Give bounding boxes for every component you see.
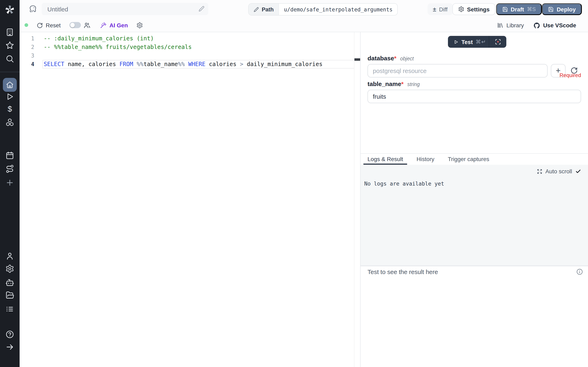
test-shortcut: ⌘↵ [476,39,486,45]
result-hint: Test to see the result here [367,268,438,275]
tab-trigger-captures[interactable]: Trigger captures [444,154,493,165]
editor-settings-button[interactable] [136,18,143,32]
ai-gen-button[interactable]: AI Gen [100,18,128,32]
logs-empty-message: No logs are available yet [364,181,444,187]
result-divider [361,266,588,266]
top-bar: Untitled Path u/demo/safe_interpolated_a… [20,0,588,18]
plus-icon[interactable] [5,178,14,187]
sidebar-divider [0,72,20,72]
star-icon[interactable] [5,41,14,50]
diff-button[interactable]: ± Diff [428,3,453,15]
save-icon [502,6,508,12]
path-chip-label[interactable]: Path [249,4,279,15]
database-input[interactable] [367,64,548,77]
plus-minus-icon: ± [433,6,436,13]
line-number: 2 [20,43,36,51]
capture-icon [495,39,501,45]
tab-history[interactable]: History [412,154,438,165]
save-icon [548,6,554,12]
help-icon[interactable] [5,330,14,339]
list-icon[interactable] [5,305,14,314]
table-name-field-label: table_name* string [367,80,420,87]
collab-toggle[interactable] [69,22,81,28]
home-icon [6,81,14,89]
building-icon[interactable] [5,28,14,37]
users-icon [83,22,91,29]
windmill-logo-icon[interactable] [4,4,15,15]
logs-panel: Auto scroll No logs are available yet [361,165,588,266]
overview-ruler[interactable] [354,32,360,367]
wand-icon [100,22,107,29]
script-title: Untitled [47,6,68,12]
code-editor[interactable]: 1234 -- :daily_minimum_calories (int)-- … [20,32,360,367]
library-icon [497,22,503,29]
path-chip[interactable]: Path u/demo/safe_interpolated_arguments [248,3,398,16]
robot-icon[interactable] [5,278,14,287]
folder-open-icon[interactable] [5,291,14,300]
required-message: Required [559,72,581,78]
pencil-icon[interactable] [199,6,205,12]
code-line[interactable]: -- %%table_name%% fruits/vegetables/cere… [43,43,355,51]
required-asterisk: * [394,55,397,62]
field-type: object [400,56,414,62]
result-tabs: Logs & Result History Trigger captures [361,153,588,165]
code-lines[interactable]: -- :daily_minimum_calories (int)-- %%tab… [43,34,355,68]
gear-icon [458,6,464,12]
tab-logs-result[interactable]: Logs & Result [363,154,407,165]
capture-button[interactable] [489,36,506,48]
gutter: 1234 [20,34,36,68]
users-button[interactable] [83,18,91,32]
status-dot [25,23,28,27]
gear-icon[interactable] [5,264,14,273]
boxes-icon[interactable] [5,118,14,127]
auto-scroll-control[interactable]: Auto scroll [537,168,581,175]
code-line[interactable]: SELECT name, calories FROM %%table_name%… [43,60,355,68]
draft-button[interactable]: Draft ⌘S [496,3,542,15]
calendar-icon[interactable] [5,151,14,160]
settings-button[interactable]: Settings [452,3,495,15]
refresh-icon [37,22,43,28]
library-button[interactable]: Library [497,18,524,32]
sidebar: $ [0,0,20,367]
cursor-position-mark [355,58,360,61]
reset-button[interactable]: Reset [37,18,61,32]
line-number: 4 [20,60,36,68]
check-icon [575,168,581,174]
user-icon[interactable] [5,252,14,261]
code-line[interactable] [43,51,355,60]
sidebar-item-home[interactable] [3,78,17,92]
github-icon [533,22,540,29]
play-icon [454,39,458,44]
test-button-main[interactable]: Test ⌘↵ [448,36,489,48]
gear-icon [136,22,143,29]
required-asterisk: * [401,80,404,87]
database-field-label: database* object [367,55,414,62]
code-line[interactable]: -- :daily_minimum_calories (int) [43,34,355,43]
draft-shortcut: ⌘S [527,6,536,12]
line-number: 1 [20,34,36,43]
arrow-right-icon[interactable] [5,342,14,351]
script-title-field[interactable]: Untitled [42,3,208,15]
dollar-icon[interactable]: $ [5,105,14,114]
postgresql-elephant-icon [29,4,37,14]
toggle-knob [70,23,75,27]
line-number: 3 [20,51,36,60]
route-icon[interactable] [5,164,14,173]
play-icon[interactable] [5,92,14,101]
expand-icon [537,169,542,174]
info-icon[interactable] [576,268,583,275]
field-type: string [407,82,420,87]
pencil-icon [254,7,259,12]
search-icon[interactable] [5,54,14,63]
script-path[interactable]: u/demo/safe_interpolated_arguments [279,4,398,15]
use-vscode-button[interactable]: Use VScode [533,18,576,32]
deploy-button[interactable]: Deploy [542,3,582,15]
windmill-script-editor: $ [0,0,588,367]
table-name-input[interactable] [367,90,581,103]
test-button[interactable]: Test ⌘↵ [448,36,506,48]
auto-scroll-label: Auto scroll [545,168,572,175]
